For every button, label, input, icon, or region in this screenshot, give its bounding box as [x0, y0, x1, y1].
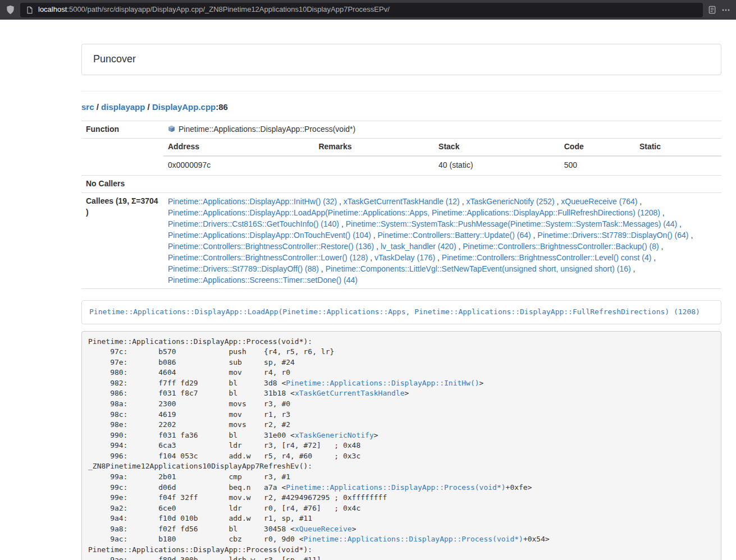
page-title: Puncover — [93, 52, 710, 67]
callee-link[interactable]: Pinetime::Applications::DisplayApp::Load… — [168, 208, 660, 217]
menu-icon[interactable] — [721, 6, 730, 15]
callee-link[interactable]: xQueueReceive (764) — [561, 197, 637, 206]
function-table: Function Pinetime::Applications::Display… — [81, 121, 721, 289]
callee-link[interactable]: Pinetime::System::SystemTask::PushMessag… — [346, 219, 678, 228]
stats-cell: 40 (static) — [434, 156, 560, 175]
callee-link[interactable]: Pinetime::Applications::DisplayApp::OnTo… — [168, 231, 371, 240]
stats-cell: 500 — [560, 156, 635, 175]
stats-outer-row: AddressRemarksStackCodeStatic 0x0000097c… — [81, 139, 721, 176]
disassembly: Pinetime::Applications::DisplayApp::Proc… — [81, 331, 721, 560]
breadcrumb-link[interactable]: displayapp — [101, 102, 145, 112]
callee-link[interactable]: Pinetime::Applications::Screens::Timer::… — [168, 276, 358, 284]
stats-header-row: AddressRemarksStackCodeStatic — [163, 139, 721, 156]
callee-link[interactable]: xTaskGenericNotify (252) — [466, 197, 554, 206]
selected-callee-signature[interactable]: Pinetime::Applications::DisplayApp::Load… — [81, 300, 721, 324]
code-symbol-link[interactable]: Pinetime::Applications::DisplayApp::Proc… — [304, 535, 523, 543]
callee-link[interactable]: Pinetime::Components::LittleVgl::SetNewT… — [326, 264, 631, 273]
stats-row: 0x0000097c40 (static)500 — [163, 156, 721, 175]
stats-body: 0x0000097c40 (static)500 — [163, 156, 721, 175]
code-symbol-link[interactable]: xTaskGetCurrentTaskHandle — [295, 389, 405, 397]
stats-header-cell: Stack — [434, 139, 560, 156]
callee-link[interactable]: Pinetime::Drivers::St7789::DisplayOff() … — [168, 264, 319, 273]
callee-link[interactable]: Pinetime::Applications::DisplayApp::Init… — [168, 197, 337, 206]
url-host: localhost — [38, 5, 67, 13]
callee-link[interactable]: Pinetime::Controllers::BrightnessControl… — [168, 253, 368, 262]
url-path: :5000/path/src/displayapp/DisplayApp.cpp… — [67, 5, 390, 13]
stats-header-cell: Address — [163, 139, 314, 156]
divider — [81, 91, 721, 91]
callee-link[interactable]: Pinetime::Controllers::Battery::Update()… — [378, 231, 531, 240]
callees-row: Callees (19, Σ=3704 ) Pinetime::Applicat… — [81, 193, 721, 289]
stats-table: AddressRemarksStackCodeStatic 0x0000097c… — [163, 139, 721, 175]
callee-link[interactable]: Pinetime::Controllers::BrightnessControl… — [168, 242, 374, 251]
callee-link[interactable]: Pinetime::Controllers::BrightnessControl… — [442, 253, 651, 262]
code-symbol-link[interactable]: Pinetime::Applications::DisplayApp::Init… — [286, 379, 479, 387]
breadcrumb-text: / — [145, 102, 152, 112]
breadcrumb-link[interactable]: DisplayApp.cpp — [152, 102, 216, 112]
no-callers-label: No Callers — [81, 176, 163, 193]
code-symbol-link[interactable]: xQueueReceive — [295, 525, 352, 533]
callee-link[interactable]: lv_task_handler (420) — [381, 242, 456, 251]
page-icon — [26, 6, 34, 14]
stats-header-cell: Code — [560, 139, 635, 156]
callee-link[interactable]: Pinetime::Drivers::St7789::DisplayOn() (… — [537, 231, 688, 240]
url-text: localhost:5000/path/src/displayapp/Displ… — [38, 4, 390, 15]
page-container: Puncover src / displayapp / DisplayApp.c… — [81, 44, 721, 560]
stats-header-cell: Remarks — [314, 139, 434, 156]
function-name-cell: Pinetime::Applications::DisplayApp::Proc… — [168, 124, 717, 135]
code-symbol-link[interactable]: xTaskGenericNotify — [295, 431, 374, 439]
callees-label: Callees (19, Σ=3704 ) — [81, 193, 163, 289]
stats-cell — [635, 156, 721, 175]
reader-mode-icon[interactable] — [708, 6, 716, 14]
callee-link[interactable]: Pinetime::Drivers::Cst816S::GetTouchInfo… — [168, 219, 339, 228]
callee-link[interactable]: Pinetime::Controllers::BrightnessControl… — [463, 242, 659, 251]
function-name: Pinetime::Applications::DisplayApp::Proc… — [179, 124, 355, 135]
shield-icon[interactable] — [6, 5, 15, 15]
callees-list: Pinetime::Applications::DisplayApp::Init… — [163, 193, 721, 289]
breadcrumb-link[interactable]: src — [81, 102, 94, 112]
callee-link[interactable]: vTaskDelay (176) — [374, 253, 435, 262]
url-bar[interactable]: localhost:5000/path/src/displayapp/Displ… — [20, 3, 703, 17]
stats-header-cell: Static — [635, 139, 721, 156]
function-row: Function Pinetime::Applications::Display… — [81, 121, 721, 139]
app-title-panel: Puncover — [81, 44, 721, 75]
stats-cell — [314, 156, 434, 175]
browser-toolbar: localhost:5000/path/src/displayapp/Displ… — [0, 0, 736, 20]
no-callers-row: No Callers — [81, 176, 721, 193]
code-symbol-link[interactable]: Pinetime::Applications::DisplayApp::Proc… — [286, 483, 505, 492]
breadcrumb: src / displayapp / DisplayApp.cpp:86 — [81, 101, 721, 113]
breadcrumb-text: :86 — [216, 102, 228, 112]
function-type-icon — [168, 125, 175, 132]
function-label: Function — [81, 121, 163, 139]
breadcrumb-text: / — [94, 102, 102, 112]
stats-cell: 0x0000097c — [163, 156, 314, 175]
callee-link[interactable]: xTaskGetCurrentTaskHandle (12) — [344, 197, 460, 206]
